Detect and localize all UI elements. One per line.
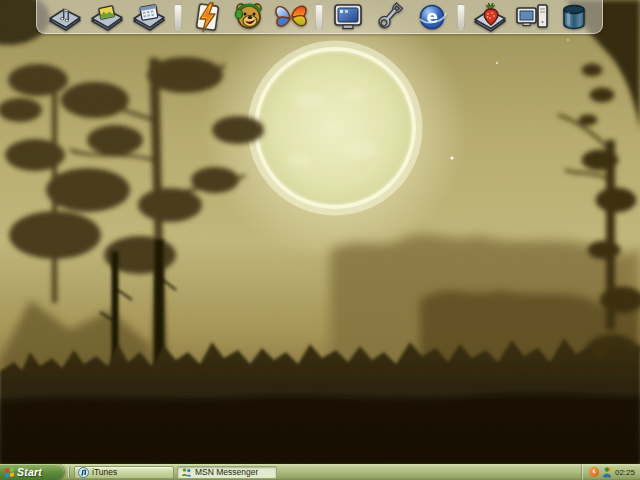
start-button[interactable]: Start [0, 464, 64, 480]
dock-separator [457, 4, 465, 30]
task-buttons: iTunes MSN Messenger [74, 466, 277, 479]
dock-group-folders: ♫ [45, 1, 169, 33]
taskbar-button-itunes[interactable]: iTunes [74, 466, 174, 479]
svg-text:♫: ♫ [58, 6, 71, 24]
hide-icons-chevron-button[interactable]: ‹ [589, 467, 599, 477]
winamp-icon[interactable] [187, 1, 227, 33]
display-icon[interactable] [328, 1, 368, 33]
system-tray: ‹ 02:25 [582, 464, 640, 480]
task-label: iTunes [92, 467, 117, 477]
pictures-folder-icon[interactable] [87, 1, 127, 33]
calendar-folder-icon[interactable] [129, 1, 169, 33]
msn-butterfly-icon[interactable] [271, 1, 311, 33]
desktop[interactable]: ♫ [0, 0, 640, 480]
my-computer-icon[interactable] [512, 1, 552, 33]
svg-text:e: e [427, 7, 439, 27]
dock-toolbar: ♫ [36, 0, 603, 34]
task-label: MSN Messenger [195, 467, 258, 477]
windows-flag-icon [5, 467, 14, 477]
dock-group-system: e [328, 1, 452, 33]
dock-group-places [470, 1, 594, 33]
taskbar-clock[interactable]: 02:25 [615, 468, 635, 477]
strawberry-folder-icon[interactable] [470, 1, 510, 33]
recycle-bin-icon[interactable] [554, 1, 594, 33]
taskbar-button-msn-messenger[interactable]: MSN Messenger [177, 466, 277, 479]
start-label: Start [17, 466, 42, 478]
msn-messenger-tray-icon[interactable] [602, 467, 612, 478]
msn-buddy-icon [181, 467, 192, 478]
dock-separator [315, 4, 323, 30]
taskbar: Start iTunes [0, 464, 640, 480]
dock-separator [174, 4, 182, 30]
internet-explorer-icon[interactable]: e [412, 1, 452, 33]
wallpaper-image [0, 0, 640, 464]
dock-group-media-apps [187, 1, 311, 33]
taskbar-divider [68, 466, 69, 478]
bear-headphones-icon[interactable] [229, 1, 269, 33]
itunes-icon [78, 467, 89, 478]
wrench-icon[interactable] [370, 1, 410, 33]
music-folder-icon[interactable]: ♫ [45, 1, 85, 33]
